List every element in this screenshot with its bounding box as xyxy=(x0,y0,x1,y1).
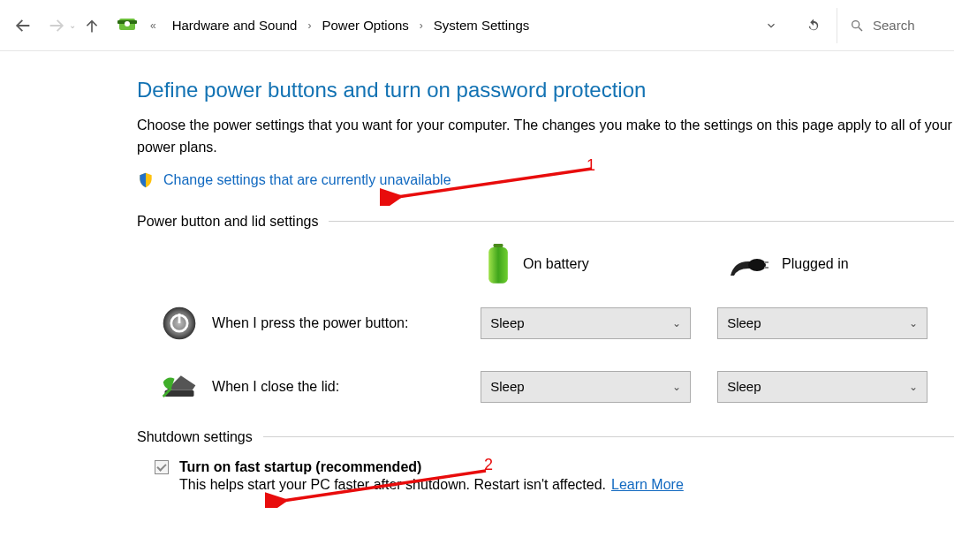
dropdown-value: Sleep xyxy=(727,315,761,330)
chevron-down-icon: ⌄ xyxy=(909,381,918,393)
search-placeholder: Search xyxy=(873,18,915,33)
annotation-label-1: 1 xyxy=(587,156,595,175)
chevron-down-icon: ⌄ xyxy=(672,317,681,329)
svg-rect-6 xyxy=(488,247,508,284)
section-heading-shutdown: Shutdown settings xyxy=(137,429,954,445)
refresh-icon xyxy=(806,18,822,34)
svg-rect-8 xyxy=(764,261,768,263)
search-input[interactable]: Search xyxy=(839,8,945,43)
chevron-down-icon: ⌄ xyxy=(672,381,681,393)
col-on-battery: On battery xyxy=(486,244,729,284)
svg-point-7 xyxy=(748,259,766,271)
breadcrumb: Hardware and Sound › Power Options › Sys… xyxy=(165,12,537,38)
uac-shield-icon xyxy=(137,171,155,189)
setting-label: When I close the lid: xyxy=(212,379,481,395)
breadcrumb-expand-button[interactable] xyxy=(750,8,792,43)
col-plugged-in: Plugged in xyxy=(729,251,849,277)
recent-locations-button[interactable]: ⌄ xyxy=(69,20,76,30)
chevron-right-icon: › xyxy=(416,19,427,32)
dropdown-power-button-plugged[interactable]: Sleep ⌄ xyxy=(717,307,928,339)
setting-row-close-lid: When I close the lid: Sleep ⌄ Sleep ⌄ xyxy=(137,366,954,408)
section-heading-power-button: Power button and lid settings xyxy=(137,214,954,230)
arrow-right-icon xyxy=(47,16,66,35)
page-title: Define power buttons and turn on passwor… xyxy=(137,78,954,102)
section-rule xyxy=(263,436,954,437)
option-description: This helps start your PC faster after sh… xyxy=(179,477,606,493)
close-lid-icon xyxy=(158,366,200,408)
col-label: Plugged in xyxy=(782,256,849,272)
section-label: Shutdown settings xyxy=(137,429,253,445)
explorer-navbar: ⌄ « Hardware and Sound › Power Options ›… xyxy=(0,0,954,51)
refresh-button[interactable] xyxy=(792,8,835,43)
breadcrumb-item[interactable]: Power Options xyxy=(314,12,415,38)
svg-rect-5 xyxy=(494,244,504,247)
section-label: Power button and lid settings xyxy=(137,214,318,230)
chevron-right-icon: › xyxy=(304,19,314,32)
battery-icon xyxy=(486,244,511,284)
dropdown-value: Sleep xyxy=(490,315,524,330)
chevron-down-icon: ⌄ xyxy=(909,317,918,329)
section-rule xyxy=(329,221,954,222)
setting-label: When I press the power button: xyxy=(212,315,481,331)
svg-point-3 xyxy=(852,20,859,27)
up-button[interactable] xyxy=(78,11,106,40)
divider xyxy=(837,8,837,43)
fast-startup-checkbox[interactable] xyxy=(155,460,169,474)
svg-rect-9 xyxy=(764,267,768,269)
breadcrumb-sep-icon: « xyxy=(147,19,160,32)
search-icon xyxy=(850,19,864,33)
svg-point-2 xyxy=(125,21,130,26)
forward-button[interactable] xyxy=(42,11,71,40)
svg-line-4 xyxy=(859,27,862,31)
power-button-icon xyxy=(158,302,200,344)
learn-more-link[interactable]: Learn More xyxy=(611,477,684,493)
dropdown-close-lid-battery[interactable]: Sleep ⌄ xyxy=(481,371,691,403)
dropdown-power-button-battery[interactable]: Sleep ⌄ xyxy=(481,307,691,339)
change-settings-row: Change settings that are currently unava… xyxy=(137,171,954,189)
dropdown-close-lid-plugged[interactable]: Sleep ⌄ xyxy=(717,371,928,403)
col-label: On battery xyxy=(523,256,589,272)
plug-icon xyxy=(729,251,769,277)
page-description: Choose the power settings that you want … xyxy=(137,115,954,159)
breadcrumb-item[interactable]: System Settings xyxy=(427,12,536,38)
back-button[interactable] xyxy=(9,11,37,40)
dropdown-value: Sleep xyxy=(727,379,761,394)
arrow-left-icon xyxy=(13,16,33,35)
dropdown-value: Sleep xyxy=(490,379,524,394)
breadcrumb-item[interactable]: Hardware and Sound xyxy=(165,12,305,38)
option-title: Turn on fast startup (recommended) xyxy=(179,459,421,475)
setting-row-power-button: When I press the power button: Sleep ⌄ S… xyxy=(137,302,954,344)
change-settings-link[interactable]: Change settings that are currently unava… xyxy=(163,172,451,188)
column-headers: On battery Plugged in xyxy=(137,244,954,284)
arrow-up-icon xyxy=(83,17,101,34)
control-panel-icon xyxy=(117,15,138,36)
annotation-label-2: 2 xyxy=(484,456,493,474)
chevron-down-icon xyxy=(765,19,777,32)
content-pane: Define power buttons and turn on passwor… xyxy=(0,51,954,493)
option-fast-startup: Turn on fast startup (recommended) This … xyxy=(155,459,954,493)
